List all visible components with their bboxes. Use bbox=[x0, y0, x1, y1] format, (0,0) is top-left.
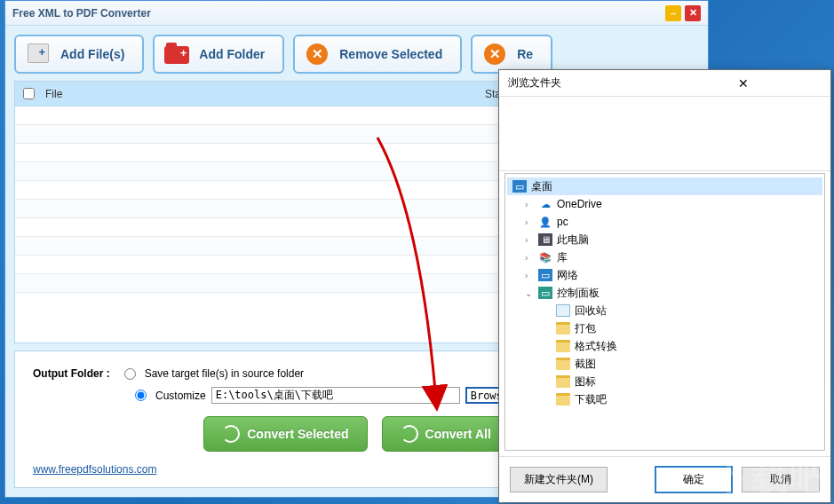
chevron-icon[interactable]: › bbox=[525, 271, 534, 280]
convert-selected-label: Convert Selected bbox=[247, 427, 348, 441]
chevron-icon[interactable]: ⌄ bbox=[525, 288, 534, 298]
panel-icon: ▭ bbox=[538, 287, 552, 299]
tree-item[interactable]: ⌄▭控制面板 bbox=[507, 284, 822, 302]
tree-label: pc bbox=[557, 216, 568, 228]
refresh-icon bbox=[401, 425, 418, 443]
dialog-spacer bbox=[499, 97, 830, 171]
browse-folder-dialog: 浏览文件夹 ✕ ▭ 桌面 ›☁OneDrive›👤pc›🖥此电脑›📚库›▭网络⌄… bbox=[498, 69, 831, 503]
output-path-input[interactable] bbox=[211, 387, 460, 404]
user-icon: 👤 bbox=[538, 216, 552, 228]
new-folder-button[interactable]: 新建文件夹(M) bbox=[510, 467, 608, 492]
tree-item[interactable]: 格式转换 bbox=[507, 337, 822, 355]
remove-selected-label: Remove Selected bbox=[339, 47, 442, 61]
folder-tree[interactable]: ▭ 桌面 ›☁OneDrive›👤pc›🖥此电脑›📚库›▭网络⌄▭控制面板回收站… bbox=[504, 173, 825, 451]
remove-all-button[interactable]: ✕ Re bbox=[471, 35, 552, 74]
toolbar: + Add File(s) + Add Folder ✕ Remove Sele… bbox=[14, 35, 699, 74]
chevron-icon[interactable]: › bbox=[525, 217, 534, 227]
tree-item[interactable]: ›▭网络 bbox=[507, 266, 822, 284]
vendor-link[interactable]: www.freepdfsolutions.com bbox=[33, 463, 156, 476]
add-folder-icon: + bbox=[163, 43, 190, 65]
remove-selected-button[interactable]: ✕ Remove Selected bbox=[293, 35, 462, 74]
add-folder-label: Add Folder bbox=[199, 47, 265, 61]
tree-label: 桌面 bbox=[531, 179, 552, 194]
tree-label: 图标 bbox=[575, 374, 596, 390]
tree-root-desktop[interactable]: ▭ 桌面 bbox=[507, 177, 822, 195]
tree-label: 控制面板 bbox=[557, 286, 600, 301]
net-icon: ▭ bbox=[538, 269, 552, 281]
save-source-radio[interactable] bbox=[124, 368, 136, 380]
tree-label: 截图 bbox=[575, 357, 596, 372]
tree-item[interactable]: 回收站 bbox=[507, 302, 822, 319]
tree-item[interactable]: 下载吧 bbox=[507, 390, 822, 408]
recycle-icon bbox=[556, 304, 570, 317]
add-files-button[interactable]: + Add File(s) bbox=[14, 35, 144, 74]
col-file[interactable]: File bbox=[42, 88, 485, 100]
lib-icon: 📚 bbox=[538, 251, 552, 264]
save-source-label: Save target file(s) in source folder bbox=[145, 367, 304, 380]
tree-item[interactable]: ›👤pc bbox=[507, 213, 822, 231]
tree-label: 打包 bbox=[575, 321, 596, 336]
cloud-icon: ☁ bbox=[538, 198, 552, 210]
select-all-checkbox[interactable] bbox=[23, 88, 35, 99]
tree-label: 此电脑 bbox=[557, 232, 589, 248]
pc-icon: 🖥 bbox=[538, 233, 552, 246]
tree-item[interactable]: 图标 bbox=[507, 373, 822, 390]
tree-label: 下载吧 bbox=[575, 392, 607, 407]
tree-item[interactable]: 打包 bbox=[507, 319, 822, 337]
add-file-icon: + bbox=[25, 43, 52, 65]
customize-radio[interactable] bbox=[135, 390, 147, 401]
remove-selected-icon: ✕ bbox=[304, 43, 330, 65]
app-title: Free XML to PDF Converter bbox=[12, 7, 662, 20]
tree-label: 回收站 bbox=[575, 303, 607, 319]
convert-selected-button[interactable]: Convert Selected bbox=[203, 416, 367, 452]
folder-icon bbox=[556, 358, 570, 370]
chevron-icon[interactable]: › bbox=[525, 253, 534, 263]
watermark: 下载吧 bbox=[711, 453, 829, 502]
dialog-title: 浏览文件夹 bbox=[508, 75, 665, 91]
remove-all-label: Re bbox=[517, 47, 533, 61]
folder-icon bbox=[556, 322, 570, 335]
tree-item[interactable]: 截图 bbox=[507, 355, 822, 373]
folder-icon bbox=[556, 375, 570, 388]
tree-item[interactable]: ›📚库 bbox=[507, 248, 822, 266]
convert-all-button[interactable]: Convert All bbox=[382, 416, 510, 452]
tree-label: OneDrive bbox=[557, 198, 602, 210]
chevron-icon[interactable]: › bbox=[525, 200, 534, 209]
remove-all-icon: ✕ bbox=[481, 43, 508, 65]
add-files-label: Add File(s) bbox=[60, 47, 124, 61]
dialog-titlebar: 浏览文件夹 ✕ bbox=[499, 70, 830, 97]
tree-label: 库 bbox=[557, 250, 568, 265]
tree-item[interactable]: ›🖥此电脑 bbox=[507, 231, 822, 248]
folder-icon bbox=[556, 340, 570, 352]
desktop-icon: ▭ bbox=[512, 180, 527, 193]
add-folder-button[interactable]: + Add Folder bbox=[153, 35, 284, 74]
customize-label: Customize bbox=[155, 390, 206, 402]
tree-label: 格式转换 bbox=[575, 339, 617, 354]
tree-label: 网络 bbox=[557, 268, 578, 283]
refresh-icon bbox=[222, 425, 240, 443]
chevron-icon[interactable]: › bbox=[525, 235, 534, 245]
titlebar: Free XML to PDF Converter – ✕ bbox=[5, 1, 708, 26]
folder-icon bbox=[556, 393, 570, 406]
minimize-button[interactable]: – bbox=[665, 5, 681, 21]
output-folder-label: Output Folder : bbox=[33, 367, 110, 380]
tree-item[interactable]: ›☁OneDrive bbox=[507, 195, 822, 213]
close-button[interactable]: ✕ bbox=[685, 5, 701, 21]
dialog-close-button[interactable]: ✕ bbox=[665, 74, 822, 93]
convert-all-label: Convert All bbox=[425, 427, 491, 441]
